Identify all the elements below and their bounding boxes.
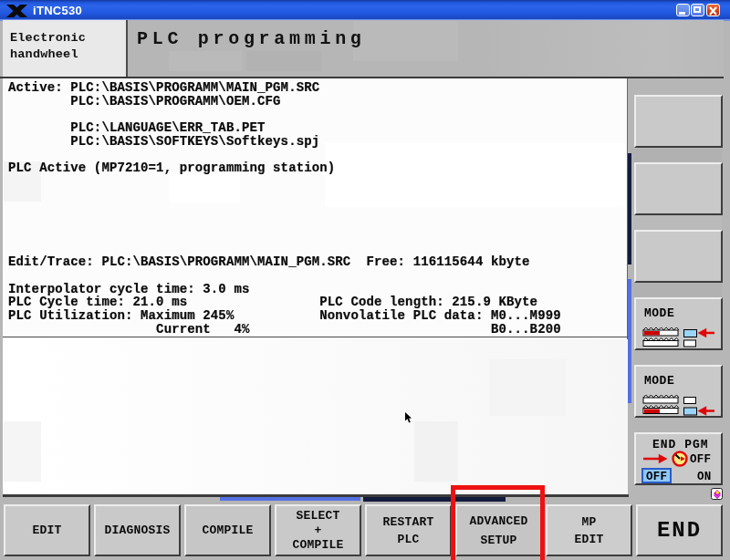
svg-text:OFF: OFF (646, 471, 667, 483)
svg-text:MODE: MODE (644, 374, 674, 388)
svg-text:END PGM: END PGM (652, 438, 709, 451)
svg-text:OFF: OFF (690, 453, 711, 466)
svg-text:ON: ON (697, 471, 712, 483)
svg-text:MODE: MODE (644, 306, 674, 320)
